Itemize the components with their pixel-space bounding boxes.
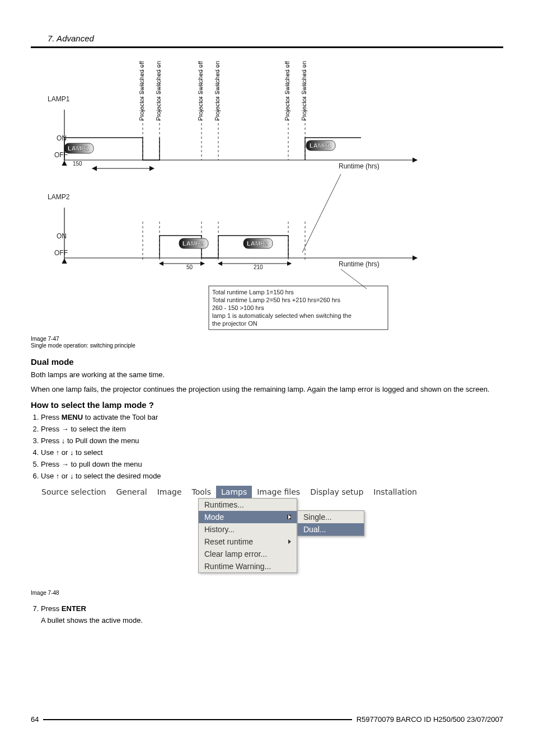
breadcrumb: 7. Advanced xyxy=(31,34,503,43)
proj-off-label: Projector Switched off xyxy=(138,60,145,121)
menu-display-setup[interactable]: Display setup xyxy=(305,486,368,498)
mi-dual[interactable]: Dual... xyxy=(298,523,364,536)
menu-tools[interactable]: Tools xyxy=(187,486,217,498)
svg-text:ON: ON xyxy=(57,232,67,240)
svg-text:Projector Switched off: Projector Switched off xyxy=(197,60,204,121)
mi-mode[interactable]: Mode xyxy=(199,511,297,523)
menu-lamps[interactable]: Lamps xyxy=(216,486,252,498)
figure-7-47: Projector Switched off Projector Switche… xyxy=(48,54,439,334)
howto-steps: Press MENU to activate the Tool bar Pres… xyxy=(31,413,503,480)
menu-source-selection[interactable]: Source selection xyxy=(36,486,111,498)
dual-mode-p2: When one lamp fails, the projector conti… xyxy=(31,384,503,395)
doc-id: R59770079 BARCO ID H250/500 23/07/2007 xyxy=(352,715,503,724)
lamp1-title: LAMP1 xyxy=(48,95,70,103)
menu-image[interactable]: Image xyxy=(152,486,187,498)
step-5: Press → to pull down the menu xyxy=(41,460,503,468)
svg-text:Total runtime Lamp 1=150 hrs: Total runtime Lamp 1=150 hrs xyxy=(212,289,294,295)
step-6: Use ↑ or ↓ to select the desired mode xyxy=(41,472,503,480)
mi-clear-lamp-error[interactable]: Clear lamp error... xyxy=(199,548,297,560)
menu-image-files[interactable]: Image files xyxy=(252,486,305,498)
step-2: Press → to select the item xyxy=(41,425,503,433)
howto-steps-cont: Press ENTER A bullet shows the active mo… xyxy=(31,604,503,624)
page-footer: 64 R59770079 BARCO ID H250/500 23/07/200… xyxy=(31,719,503,724)
chevron-right-icon xyxy=(287,515,291,519)
svg-text:Projector Switched on: Projector Switched on xyxy=(301,61,307,121)
step-4: Use ↑ or ↓ to select xyxy=(41,448,503,457)
event-lines-top xyxy=(143,65,305,160)
lamps-dropdown: Runtimes... Mode History... Reset runtim… xyxy=(198,498,297,573)
svg-text:Runtime (hrs): Runtime (hrs) xyxy=(339,162,380,170)
svg-text:the projector ON: the projector ON xyxy=(212,320,257,327)
chevron-right-icon xyxy=(288,539,291,544)
svg-text:Projector Switched on: Projector Switched on xyxy=(214,61,221,121)
dual-mode-p1: Both lamps are working at the same time. xyxy=(31,370,503,380)
svg-text:OFF: OFF xyxy=(54,249,68,257)
mi-runtimes[interactable]: Runtimes... xyxy=(199,499,297,511)
mi-runtime-warning[interactable]: Runtime Warning... xyxy=(199,560,297,572)
mi-reset-runtime[interactable]: Reset runtime xyxy=(199,536,297,548)
svg-text:lamp 1 is automaticaly selecte: lamp 1 is automaticaly selected when swi… xyxy=(212,312,352,319)
lamp2-title: LAMP2 xyxy=(48,193,70,201)
menubar: Source selection General Image Tools Lam… xyxy=(36,486,395,498)
svg-line-25 xyxy=(302,174,341,252)
step-7-note: A bullet shows the active mode. xyxy=(41,616,503,624)
step-7: Press ENTER xyxy=(41,604,503,613)
figure-7-48: Source selection General Image Tools Lam… xyxy=(36,486,395,588)
menu-general[interactable]: General xyxy=(111,486,152,498)
svg-text:150: 150 xyxy=(73,161,82,167)
svg-text:Total runtime Lamp 2=50 hrs +2: Total runtime Lamp 2=50 hrs +210 hrs=260… xyxy=(212,297,340,303)
step-1: Press MENU to activate the Tool bar xyxy=(41,413,503,421)
page-number: 64 xyxy=(31,715,43,724)
svg-text:260 - 150 >100 hrs: 260 - 150 >100 hrs xyxy=(212,304,264,311)
figure-7-48-caption: Image 7-48 xyxy=(31,590,503,597)
svg-text:LAMP1: LAMP1 xyxy=(310,142,330,149)
proj-on-label: Projector Switched on xyxy=(155,61,162,121)
svg-text:Projector Switched off: Projector Switched off xyxy=(284,60,291,121)
menu-installation[interactable]: Installation xyxy=(368,486,422,498)
svg-text:Runtime (hrs): Runtime (hrs) xyxy=(339,260,380,268)
svg-text:LAMP1: LAMP1 xyxy=(68,145,88,152)
svg-text:210: 210 xyxy=(254,264,263,270)
mi-history[interactable]: History... xyxy=(199,523,297,536)
mode-dropdown: Single... Dual... xyxy=(297,510,364,536)
header-divider xyxy=(31,46,503,48)
svg-text:LAMP2: LAMP2 xyxy=(182,240,203,247)
svg-text:50: 50 xyxy=(186,264,193,270)
step-3: Press ↓ to Pull down the menu xyxy=(41,436,503,445)
howto-heading: How to select the lamp mode ? xyxy=(31,400,503,410)
mi-single[interactable]: Single... xyxy=(298,511,364,523)
dual-mode-heading: Dual mode xyxy=(31,357,503,367)
svg-text:LAMP2: LAMP2 xyxy=(247,240,268,247)
svg-text:ON: ON xyxy=(57,134,67,142)
figure-7-47-caption: Image 7-47 Single mode operation: switch… xyxy=(31,336,503,349)
